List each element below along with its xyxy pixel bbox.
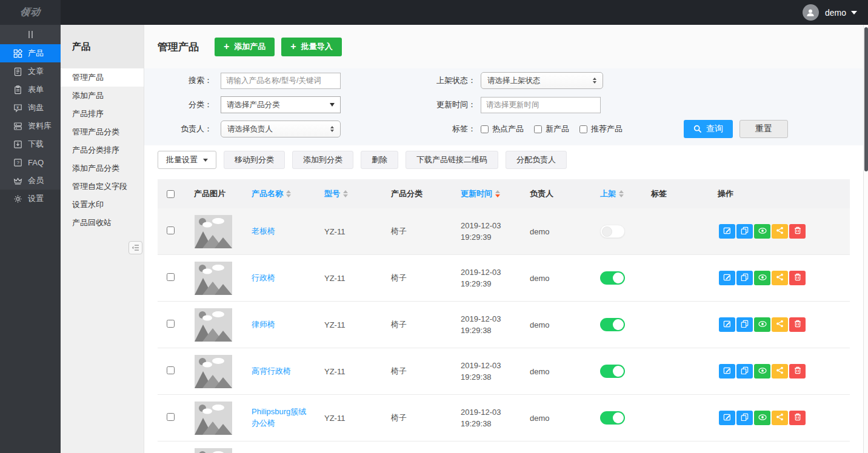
checkbox[interactable] [579, 125, 587, 133]
batch-settings-dropdown[interactable]: 批量设置 [158, 151, 216, 169]
submenu-item-2[interactable]: 产品排序 [61, 105, 144, 123]
row-checkbox[interactable] [167, 273, 175, 281]
main-content: 管理产品 +添加产品+批量导入 搜索： 上架状态： 请选择上架状态 分类： 请选… [144, 25, 863, 453]
app-logo[interactable]: 领动 [0, 0, 61, 25]
submenu-item-4[interactable]: 产品分类排序 [61, 141, 144, 159]
copy-button[interactable] [736, 224, 753, 239]
share-button[interactable] [772, 317, 788, 332]
status-toggle[interactable] [600, 225, 625, 238]
column-header-model[interactable]: 型号 [318, 188, 385, 199]
edit-button[interactable] [719, 317, 735, 332]
share-button[interactable] [772, 411, 788, 425]
move-to-category-button[interactable]: 移动到分类 [224, 151, 285, 169]
sidebar-item-forms[interactable]: 表单 [0, 81, 61, 99]
checkbox[interactable] [534, 125, 542, 133]
preview-icon [758, 227, 767, 236]
copy-button[interactable] [736, 317, 753, 332]
sort-carets-icon[interactable] [619, 190, 624, 197]
edit-button[interactable] [719, 224, 735, 239]
share-button[interactable] [772, 224, 788, 239]
tag-checkbox-1[interactable]: 新产品 [534, 124, 569, 134]
column-header-updated[interactable]: 更新时间 [455, 188, 524, 199]
status-toggle[interactable] [600, 411, 625, 425]
assign-owner-button[interactable]: 分配负责人 [506, 151, 567, 169]
share-button[interactable] [772, 271, 788, 285]
category-select[interactable]: 请选择产品分类 [221, 96, 341, 113]
tag-checkbox-2[interactable]: 推荐产品 [579, 124, 623, 134]
row-checkbox[interactable] [167, 413, 175, 421]
share-button[interactable] [772, 364, 788, 379]
sidebar-item-articles[interactable]: 文章 [0, 62, 61, 81]
submenu-item-0[interactable]: 管理产品 [61, 68, 144, 87]
add-product-button[interactable]: +添加产品 [215, 38, 275, 56]
delete-button[interactable] [789, 271, 806, 285]
edit-button[interactable] [719, 364, 735, 379]
batch-import-button[interactable]: +批量导入 [281, 38, 341, 56]
submenu-item-8[interactable]: 产品回收站 [61, 214, 144, 232]
row-checkbox[interactable] [167, 226, 175, 234]
delete-button[interactable] [789, 317, 806, 332]
copy-button[interactable] [736, 364, 753, 379]
edit-button[interactable] [719, 411, 735, 425]
sidebar-item-downloads[interactable]: 下载 [0, 135, 61, 153]
download-qrcode-button[interactable]: 下载产品链接二维码 [406, 151, 498, 169]
search-input[interactable] [221, 73, 341, 89]
delete-button[interactable]: 删除 [361, 151, 398, 169]
sidebar-collapse-button[interactable] [0, 25, 61, 44]
checkbox[interactable] [481, 125, 489, 133]
submenu-item-6[interactable]: 管理自定义字段 [61, 177, 144, 196]
copy-button[interactable] [736, 411, 753, 425]
preview-button[interactable] [754, 317, 770, 332]
status-select[interactable]: 请选择上架状态 [481, 72, 603, 89]
delete-button[interactable] [789, 224, 806, 239]
product-name-link[interactable]: 高背行政椅 [252, 366, 296, 377]
delete-button[interactable] [789, 364, 806, 379]
status-toggle[interactable] [600, 271, 625, 285]
product-name-link[interactable]: 行政椅 [252, 273, 280, 284]
panel-collapse-button[interactable] [129, 241, 142, 254]
edit-button[interactable] [719, 271, 735, 285]
column-header-status[interactable]: 上架 [587, 188, 645, 199]
submenu-item-5[interactable]: 添加产品分类 [61, 159, 144, 177]
edit-icon [723, 273, 731, 283]
scrollbar-thumb[interactable] [864, 27, 868, 171]
column-header-name[interactable]: 产品名称 [245, 188, 318, 199]
select-all-checkbox[interactable] [167, 190, 175, 198]
sidebar-item-members[interactable]: 会员 [0, 171, 61, 190]
faq-icon: ? [13, 157, 22, 167]
tag-checkbox-0[interactable]: 热点产品 [481, 124, 524, 134]
submenu-item-7[interactable]: 设置水印 [61, 196, 144, 214]
query-button[interactable]: 查询 [684, 120, 733, 138]
owner-select[interactable]: 请选择负责人 [221, 121, 341, 137]
add-to-category-button[interactable]: 添加到分类 [292, 151, 353, 169]
sidebar-item-products[interactable]: 产品 [0, 44, 61, 62]
sort-carets-icon[interactable] [495, 190, 500, 197]
delete-button[interactable] [789, 411, 806, 425]
preview-button[interactable] [754, 411, 770, 425]
owner: demo [524, 320, 587, 329]
row-checkbox[interactable] [167, 366, 175, 374]
submenu-item-1[interactable]: 添加产品 [61, 87, 144, 105]
product-name-link[interactable]: 律师椅 [252, 319, 280, 331]
preview-button[interactable] [754, 271, 770, 285]
sort-carets-icon[interactable] [343, 190, 348, 197]
sidebar-item-faq[interactable]: ?FAQ [0, 153, 61, 171]
copy-button[interactable] [736, 271, 753, 285]
status-toggle[interactable] [600, 365, 625, 378]
preview-button[interactable] [754, 224, 770, 239]
status-toggle[interactable] [600, 318, 625, 331]
product-name-link[interactable]: Philipsburg簇绒办公椅 [252, 406, 318, 429]
sidebar-item-inquiries[interactable]: ¥询盘 [0, 99, 61, 117]
vertical-scrollbar[interactable] [863, 25, 868, 453]
updated-time-input[interactable] [481, 97, 601, 113]
product-name-link[interactable]: 老板椅 [252, 226, 280, 237]
submenu-item-3[interactable]: 管理产品分类 [61, 123, 144, 141]
reset-button[interactable]: 重置 [739, 120, 788, 138]
user-menu[interactable]: demo [803, 4, 868, 21]
sort-carets-icon[interactable] [286, 190, 291, 197]
table-row: Philipsburg簇绒办公椅YZ-11椅子2019-12-03 19:29:… [158, 395, 850, 441]
sidebar-item-library[interactable]: 资料库 [0, 117, 61, 135]
preview-button[interactable] [754, 364, 770, 379]
row-checkbox[interactable] [167, 320, 175, 328]
sidebar-item-settings[interactable]: 设置 [0, 190, 61, 208]
